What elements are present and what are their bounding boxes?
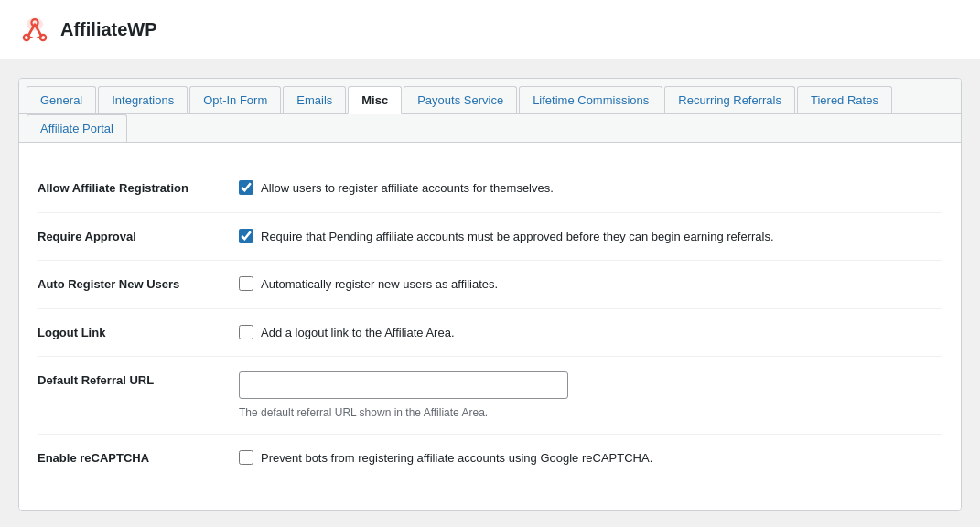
- auto-register-checkbox[interactable]: [239, 276, 253, 291]
- enable-recaptcha-checkbox-row: Prevent bots from registering affiliate …: [239, 449, 942, 468]
- tab-emails[interactable]: Emails: [283, 86, 346, 113]
- enable-recaptcha-checkbox[interactable]: [239, 450, 253, 465]
- tab-integrations[interactable]: Integrations: [98, 86, 188, 113]
- setting-allow-registration: Allow Affiliate Registration Allow users…: [38, 165, 942, 213]
- setting-enable-recaptcha-label: Enable reCAPTCHA: [38, 449, 239, 465]
- tab-affiliate-portal[interactable]: Affiliate Portal: [27, 114, 127, 142]
- enable-recaptcha-description: Prevent bots from registering affiliate …: [261, 449, 652, 468]
- header: AffiliateWP: [0, 0, 980, 59]
- allow-registration-checkbox-row: Allow users to register affiliate accoun…: [239, 179, 942, 198]
- setting-default-referral-url-control: The default referral URL shown in the Af…: [239, 371, 942, 419]
- setting-allow-registration-control: Allow users to register affiliate accoun…: [239, 179, 942, 198]
- require-approval-checkbox[interactable]: [239, 229, 253, 243]
- setting-require-approval: Require Approval Require that Pending af…: [38, 213, 942, 262]
- logout-link-description: Add a logout link to the Affiliate Area.: [261, 324, 455, 342]
- tab-tiered-rates[interactable]: Tiered Rates: [797, 86, 892, 113]
- tab-general[interactable]: General: [27, 86, 96, 113]
- require-approval-description: Require that Pending affiliate accounts …: [261, 228, 774, 246]
- setting-enable-recaptcha-control: Prevent bots from registering affiliate …: [239, 449, 942, 468]
- setting-require-approval-label: Require Approval: [38, 228, 239, 243]
- default-referral-url-help: The default referral URL shown in the Af…: [239, 406, 942, 419]
- setting-auto-register-control: Automatically register new users as affi…: [239, 275, 942, 294]
- setting-default-referral-url: Default Referral URL The default referra…: [38, 357, 942, 435]
- logout-link-checkbox[interactable]: [239, 325, 253, 339]
- content-area: General Integrations Opt-In Form Emails …: [0, 59, 980, 527]
- allow-registration-description: Allow users to register affiliate accoun…: [261, 179, 554, 198]
- svg-point-2: [40, 35, 46, 40]
- default-referral-url-input[interactable]: [239, 371, 568, 399]
- app-container: AffiliateWP General Integrations Opt-In …: [0, 0, 980, 527]
- auto-register-checkbox-row: Automatically register new users as affi…: [239, 275, 942, 294]
- setting-auto-register: Auto Register New Users Automatically re…: [38, 261, 942, 309]
- setting-logout-link-label: Logout Link: [38, 324, 239, 339]
- tabs-nav-row1: General Integrations Opt-In Form Emails …: [19, 79, 961, 114]
- auto-register-description: Automatically register new users as affi…: [261, 275, 498, 294]
- tabs-nav-row2: Affiliate Portal: [19, 114, 961, 143]
- affiliatewp-logo-icon: [18, 13, 51, 46]
- setting-logout-link-control: Add a logout link to the Affiliate Area.: [239, 324, 942, 342]
- setting-logout-link: Logout Link Add a logout link to the Aff…: [38, 309, 942, 358]
- logout-link-checkbox-row: Add a logout link to the Affiliate Area.: [239, 324, 942, 342]
- logo-text: AffiliateWP: [60, 19, 157, 40]
- tab-opt-in-form[interactable]: Opt-In Form: [189, 86, 281, 113]
- tab-misc[interactable]: Misc: [348, 86, 402, 114]
- setting-require-approval-control: Require that Pending affiliate accounts …: [239, 228, 942, 246]
- svg-line-4: [38, 37, 41, 38]
- tab-payouts-service[interactable]: Payouts Service: [404, 86, 517, 113]
- tabs-wrapper: General Integrations Opt-In Form Emails …: [18, 78, 962, 511]
- setting-allow-registration-label: Allow Affiliate Registration: [38, 179, 239, 195]
- setting-enable-recaptcha: Enable reCAPTCHA Prevent bots from regis…: [38, 435, 942, 482]
- setting-auto-register-label: Auto Register New Users: [38, 275, 239, 291]
- allow-registration-checkbox[interactable]: [239, 180, 253, 195]
- require-approval-checkbox-row: Require that Pending affiliate accounts …: [239, 228, 942, 246]
- tab-recurring-referrals[interactable]: Recurring Referrals: [664, 86, 795, 113]
- svg-line-3: [29, 37, 33, 38]
- tab-lifetime-commissions[interactable]: Lifetime Commissions: [519, 86, 662, 113]
- svg-point-1: [24, 35, 29, 40]
- tabs-content: Allow Affiliate Registration Allow users…: [19, 143, 961, 510]
- setting-default-referral-url-label: Default Referral URL: [38, 371, 239, 387]
